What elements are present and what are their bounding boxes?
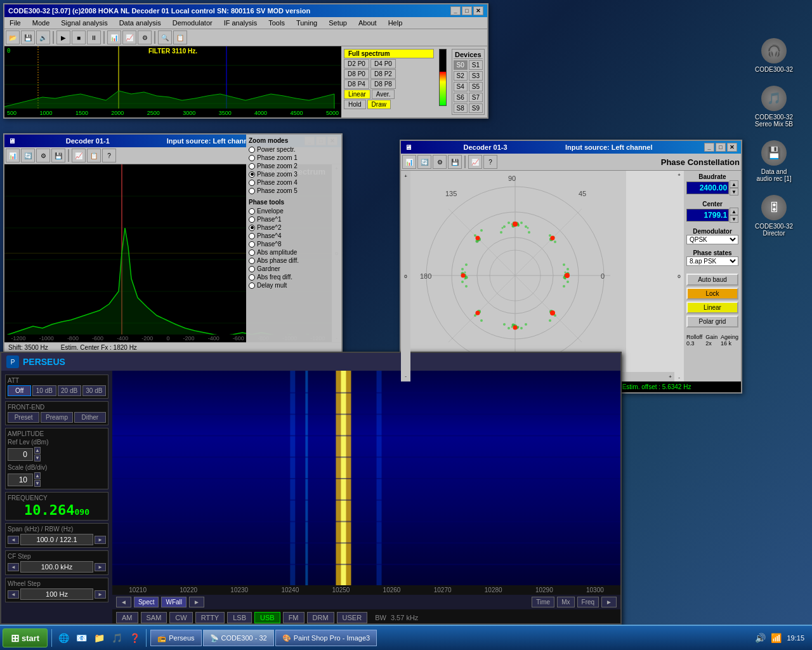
minimize-button[interactable]: _ bbox=[450, 6, 461, 15]
menu-data[interactable]: Data analysis bbox=[117, 18, 164, 27]
menu-demod[interactable]: Demodulator bbox=[170, 18, 215, 27]
wf-next-btn[interactable]: ► bbox=[189, 597, 204, 607]
aver-btn[interactable]: Aver. bbox=[372, 90, 395, 99]
dec01-tb-5[interactable]: 📈 bbox=[72, 149, 86, 162]
menu-help[interactable]: Help bbox=[386, 18, 405, 27]
baudrate-input[interactable] bbox=[686, 182, 729, 194]
wf-prev-btn[interactable]: ◄ bbox=[116, 597, 131, 607]
tb-btn-10[interactable]: 🔍 bbox=[158, 30, 172, 44]
linear-btn[interactable]: Linear bbox=[344, 90, 370, 99]
cf-step-up-btn[interactable]: ► bbox=[95, 563, 106, 571]
menu-tuning[interactable]: Tuning bbox=[294, 18, 320, 27]
phase-8-opt[interactable]: Phase^8 bbox=[249, 240, 339, 248]
att-20db[interactable]: 20 dB bbox=[58, 385, 81, 396]
tb-btn-9[interactable]: ⚙ bbox=[138, 30, 152, 44]
user-btn[interactable]: USER bbox=[337, 612, 368, 623]
fm-btn[interactable]: FM bbox=[283, 612, 304, 623]
tb-btn-8[interactable]: 📈 bbox=[122, 30, 136, 44]
linear-btn-dec03[interactable]: Linear bbox=[686, 302, 738, 314]
polar-grid-btn[interactable]: Polar grid bbox=[686, 315, 738, 328]
lock-btn[interactable]: Lock bbox=[686, 288, 738, 300]
att-10db[interactable]: 10 dB bbox=[32, 385, 56, 396]
start-button[interactable]: ⊞ start bbox=[3, 628, 48, 647]
phase-4-opt[interactable]: Phase^4 bbox=[249, 232, 339, 240]
ie-icon[interactable]: 🌐 bbox=[56, 630, 71, 646]
rtty-btn[interactable]: RTTY bbox=[195, 612, 225, 623]
device-s0[interactable]: S0 bbox=[454, 60, 468, 70]
volume-tray-icon[interactable]: 🔊 bbox=[755, 633, 766, 643]
tb-perseus-btn[interactable]: 📻 Perseus bbox=[150, 630, 201, 646]
hold-btn[interactable]: Hold bbox=[344, 100, 366, 109]
center-up[interactable]: ▲ bbox=[730, 208, 738, 215]
help-tray-icon[interactable]: ❓ bbox=[127, 630, 142, 646]
dec01-tb-4[interactable]: 💾 bbox=[51, 149, 65, 162]
device-s9[interactable]: S9 bbox=[469, 103, 483, 113]
menu-mode[interactable]: Mode bbox=[30, 18, 53, 27]
baudrate-up[interactable]: ▲ bbox=[730, 180, 738, 188]
dec03-tb-3[interactable]: ⚙ bbox=[433, 155, 447, 169]
tb-btn-7[interactable]: 📊 bbox=[107, 30, 121, 44]
wf-right-btn[interactable]: ► bbox=[601, 597, 617, 607]
sam-btn[interactable]: SAM bbox=[141, 612, 167, 623]
scale-up-btn[interactable]: ▲ bbox=[34, 472, 41, 479]
desktop-icon-director[interactable]: 🎛 CODE300-32Director bbox=[749, 195, 799, 237]
dither-btn[interactable]: Dither bbox=[74, 412, 106, 423]
lsb-btn[interactable]: LSB bbox=[227, 612, 252, 623]
dec03-tb-4[interactable]: 💾 bbox=[448, 155, 462, 169]
ref-up-btn[interactable]: ▲ bbox=[34, 447, 41, 454]
preset-btn[interactable]: Preset bbox=[8, 412, 39, 423]
att-off[interactable]: Off bbox=[8, 385, 31, 396]
device-s3[interactable]: S3 bbox=[469, 71, 483, 81]
preamp-btn[interactable]: Preamp bbox=[41, 412, 72, 423]
menu-tools[interactable]: Tools bbox=[266, 18, 287, 27]
device-s6[interactable]: S6 bbox=[454, 93, 468, 102]
cw-btn[interactable]: CW bbox=[169, 612, 192, 623]
baudrate-down[interactable]: ▼ bbox=[730, 188, 738, 196]
abs-phase-diff-opt[interactable]: Abs phase diff. bbox=[249, 256, 339, 265]
device-s5[interactable]: S5 bbox=[469, 82, 483, 91]
device-s7[interactable]: S7 bbox=[469, 93, 483, 102]
desktop-icon-code300[interactable]: 🎧 CODE300-32 bbox=[749, 38, 799, 73]
abs-freq-diff-opt[interactable]: Abs freq diff. bbox=[249, 273, 339, 281]
dec03-tb-5[interactable]: 📈 bbox=[468, 155, 482, 169]
wheel-down-btn[interactable]: ◄ bbox=[8, 590, 19, 599]
menu-if[interactable]: IF analysis bbox=[221, 18, 260, 27]
wheel-up-btn[interactable]: ► bbox=[95, 590, 106, 599]
explorer-icon[interactable]: 📁 bbox=[91, 630, 107, 646]
zoom-power-spectr[interactable]: Power spectr. bbox=[249, 145, 339, 154]
device-s8[interactable]: S8 bbox=[454, 103, 468, 113]
phase-1-opt[interactable]: Phase^1 bbox=[249, 215, 339, 223]
network-tray-icon[interactable]: 📶 bbox=[771, 633, 782, 643]
desktop-icon-data[interactable]: 💾 Data andaudio rec [1] bbox=[749, 140, 799, 182]
span-up-btn[interactable]: ► bbox=[95, 536, 106, 544]
tb-paintshop-btn[interactable]: 🎨 Paint Shop Pro - Image3 bbox=[275, 630, 377, 646]
am-btn[interactable]: AM bbox=[116, 612, 138, 623]
wfall-btn[interactable]: WFall bbox=[161, 597, 187, 607]
menu-file[interactable]: File bbox=[7, 18, 23, 27]
scale-down-btn[interactable]: ▼ bbox=[34, 480, 41, 487]
time-btn[interactable]: Time bbox=[532, 597, 554, 607]
phase-2-opt[interactable]: Phase^2 bbox=[249, 223, 339, 232]
auto-baud-btn[interactable]: Auto baud bbox=[686, 274, 738, 286]
freq-btn[interactable]: Freq bbox=[577, 597, 599, 607]
dec01-tb-1[interactable]: 📊 bbox=[6, 149, 20, 162]
ref-down-btn[interactable]: ▼ bbox=[34, 454, 41, 461]
email-icon[interactable]: 📧 bbox=[74, 630, 89, 646]
delay-mult-opt[interactable]: Delay mult bbox=[249, 281, 339, 289]
d2p0-btn[interactable]: D2 P0 bbox=[344, 59, 369, 69]
tb-btn-3[interactable]: 🔊 bbox=[36, 30, 50, 44]
dec01-tb-6[interactable]: 📋 bbox=[87, 149, 101, 162]
media-icon[interactable]: 🎵 bbox=[109, 630, 124, 646]
d8p2-btn[interactable]: D8 P2 bbox=[370, 69, 396, 79]
menu-signal[interactable]: Signal analysis bbox=[58, 18, 110, 27]
full-spectrum-btn[interactable]: Full spectrum bbox=[344, 49, 434, 58]
zoom-phase-2[interactable]: Phase zoom 2 bbox=[249, 162, 339, 170]
menu-about[interactable]: About bbox=[356, 18, 379, 27]
tb-code300-btn[interactable]: 📡 CODE300 - 32 bbox=[203, 630, 274, 646]
d4p0-btn[interactable]: D4 P0 bbox=[370, 59, 396, 69]
zoom-phase-5[interactable]: Phase zoom 5 bbox=[249, 187, 339, 195]
dec03-tb-2[interactable]: 🔄 bbox=[417, 155, 431, 169]
tb-btn-4[interactable]: ▶ bbox=[56, 30, 70, 44]
close-button[interactable]: ✕ bbox=[473, 6, 483, 15]
dec03-tb-6[interactable]: ? bbox=[483, 155, 497, 169]
